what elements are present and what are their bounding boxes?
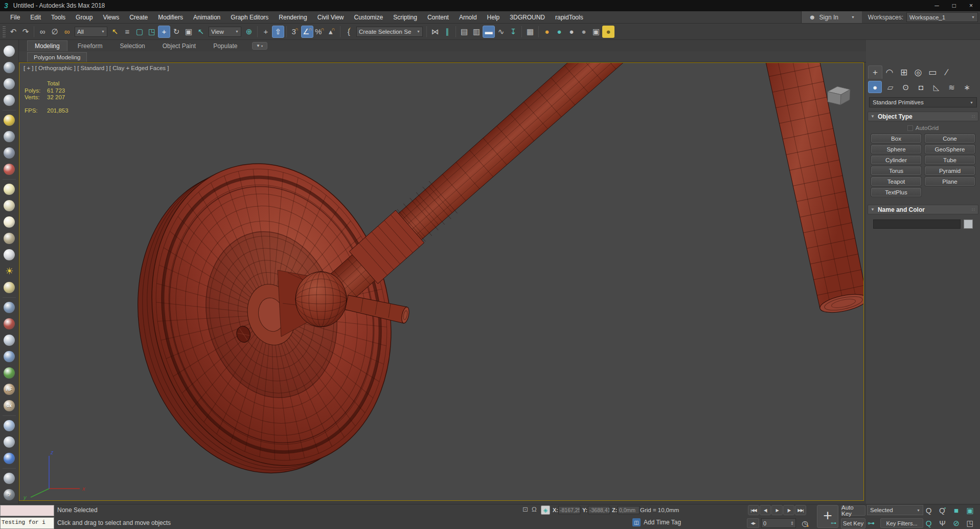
object-name-field[interactable] bbox=[873, 219, 961, 229]
cone-button[interactable]: Cone bbox=[925, 134, 975, 143]
render-setup-dialog-icon[interactable] bbox=[2, 76, 17, 92]
absolute-mode-toggle[interactable]: ◈ bbox=[541, 505, 550, 515]
curve-editor-icon[interactable]: ∿ bbox=[495, 26, 507, 38]
scene-ball-joint[interactable] bbox=[295, 272, 347, 327]
modify-tab-icon[interactable]: ◠ bbox=[882, 65, 897, 79]
maximize-button[interactable]: □ bbox=[952, 2, 956, 9]
ribbon-tab-freeform[interactable]: Freeform bbox=[71, 41, 110, 51]
pick-material-icon[interactable] bbox=[2, 434, 17, 450]
scene-gray-box[interactable] bbox=[828, 86, 850, 105]
shadow-camera-icon[interactable] bbox=[2, 145, 17, 161]
particle-array-icon[interactable] bbox=[2, 300, 17, 315]
scene-wheel[interactable] bbox=[108, 140, 421, 497]
x-coord-field[interactable]: -8167,254mm bbox=[558, 506, 580, 514]
select-and-link-icon[interactable]: ∞ bbox=[36, 26, 49, 38]
zoom-extents-icon[interactable]: ■ bbox=[950, 505, 962, 516]
select-and-move-icon[interactable]: + bbox=[158, 26, 170, 38]
angle-snap-toggle-icon[interactable]: ∠∩ bbox=[301, 26, 313, 38]
sun-icon[interactable]: ☀ bbox=[2, 263, 17, 279]
rectangular-selection-region-icon[interactable]: ▢ bbox=[133, 26, 146, 38]
redo-icon[interactable]: ↷ bbox=[19, 26, 32, 38]
zoom-icon[interactable]: Q bbox=[923, 505, 935, 516]
percent-snap-toggle-icon[interactable]: %∩ bbox=[313, 26, 326, 38]
set-keys-button[interactable]: +⊶ bbox=[817, 505, 838, 528]
time-configuration-icon[interactable]: ◷● bbox=[800, 518, 811, 528]
select-by-material-icon[interactable] bbox=[2, 451, 17, 466]
scene-rod[interactable] bbox=[312, 63, 625, 316]
hierarchy-tab-icon[interactable]: ⊞ bbox=[897, 65, 911, 79]
ribbon-tab-modeling[interactable]: Modeling bbox=[27, 40, 67, 51]
maximize-viewport-icon[interactable]: ◳ bbox=[964, 518, 976, 528]
zoom-region-icon[interactable]: Q bbox=[923, 518, 935, 528]
scatter-icon[interactable]: 0x bbox=[2, 398, 17, 413]
sky-sphere-icon[interactable] bbox=[2, 280, 17, 295]
macro-recorder-field[interactable] bbox=[0, 505, 54, 516]
teapot-button[interactable]: Teapot bbox=[871, 177, 921, 186]
rendered-frame-icon[interactable] bbox=[2, 60, 17, 75]
mirror-icon[interactable]: ⋈ bbox=[429, 26, 441, 38]
unlink-selection-icon[interactable]: ∅ bbox=[49, 26, 61, 38]
render-teapot-icon[interactable] bbox=[2, 43, 17, 59]
frame-spinner[interactable]: ⇕ bbox=[790, 521, 794, 526]
bind-to-space-warp-icon[interactable]: ∞ bbox=[61, 26, 73, 38]
snaps-toggle-icon[interactable]: 3∩ bbox=[289, 26, 301, 38]
edit-named-selection-sets-icon[interactable]: {∕ bbox=[343, 26, 355, 38]
key-selection-dropdown[interactable]: Selected ▼ bbox=[867, 505, 923, 515]
toggle-scene-explorer-icon[interactable]: ▤ bbox=[458, 26, 470, 38]
box-button[interactable]: Box bbox=[871, 134, 921, 143]
render-production-icon[interactable]: ● bbox=[578, 26, 590, 38]
menu-group[interactable]: Group bbox=[71, 11, 98, 23]
zoom-all-icon[interactable]: Q▪ bbox=[937, 505, 948, 516]
polygon-modeling-panel-tab[interactable]: Polygon Modeling bbox=[27, 52, 87, 62]
z-coord-field[interactable]: 0,0mm bbox=[618, 506, 640, 514]
zoom-extents-all-icon[interactable]: ▣ bbox=[964, 505, 976, 516]
select-and-manipulate-icon[interactable]: + bbox=[260, 26, 272, 38]
ribbon-config-dropdown[interactable]: ▼▾ bbox=[252, 42, 267, 50]
toggle-ribbon-icon[interactable]: ▬ bbox=[483, 26, 495, 38]
space-warp-pyramid-icon[interactable] bbox=[2, 333, 17, 348]
pan-icon[interactable]: Ψ bbox=[937, 518, 948, 528]
set-key-button[interactable]: Set Key bbox=[841, 518, 865, 528]
use-pivot-point-center-icon[interactable]: ⊕ bbox=[243, 26, 255, 38]
hair-fur-icon[interactable]: HF bbox=[2, 382, 17, 397]
add-time-tag-label[interactable]: Add Time Tag bbox=[644, 519, 681, 526]
display-tab-icon[interactable]: ▭ bbox=[925, 65, 940, 79]
select-and-rotate-icon[interactable]: ↻ bbox=[170, 26, 183, 38]
y-coord-field[interactable]: -3688,418mm bbox=[588, 506, 610, 514]
object-type-rollout-header[interactable]: ▼ Object Type ∷ bbox=[868, 112, 978, 121]
systems-category-icon[interactable]: ∗ bbox=[960, 81, 974, 93]
render-in-cloud-icon[interactable]: ● bbox=[602, 26, 614, 38]
rendered-frame-window-icon[interactable]: ● bbox=[565, 26, 578, 38]
menu-content[interactable]: Content bbox=[422, 11, 454, 23]
key-mode-toggle[interactable]: ◀▶ bbox=[747, 518, 759, 528]
next-frame-button[interactable]: |▶ bbox=[783, 505, 794, 515]
utilities-tab-icon[interactable]: ∕ bbox=[940, 65, 954, 79]
menu-tools[interactable]: Tools bbox=[46, 11, 71, 23]
reference-coordinate-system-dropdown[interactable]: View▼ bbox=[209, 27, 241, 37]
selection-lock-icon[interactable]: Ω bbox=[532, 505, 537, 513]
menu-arnold[interactable]: Arnold bbox=[454, 11, 482, 23]
key-filters-button[interactable]: Key Filters... bbox=[880, 518, 923, 528]
wire-teapot-icon[interactable] bbox=[2, 231, 17, 246]
named-selection-sets-dropdown[interactable]: Create Selection Se▼ bbox=[356, 27, 423, 37]
previous-frame-button[interactable]: ◀| bbox=[760, 505, 771, 515]
isolate-selection-icon[interactable]: ⊡ bbox=[522, 505, 528, 513]
undo-icon[interactable]: ↶ bbox=[7, 26, 19, 38]
dome-light-icon[interactable] bbox=[2, 198, 17, 213]
noise-sphere-icon[interactable] bbox=[2, 349, 17, 364]
menu-help[interactable]: Help bbox=[482, 11, 505, 23]
keyboard-shortcut-override-icon[interactable]: ⇧ bbox=[272, 26, 284, 38]
sphere-button[interactable]: Sphere bbox=[871, 145, 921, 153]
window-crossing-icon[interactable]: ◳ bbox=[146, 26, 158, 38]
torus-button[interactable]: Torus bbox=[871, 166, 921, 175]
glow-sphere-icon[interactable] bbox=[2, 214, 17, 230]
material-editor-icon[interactable]: ● bbox=[541, 26, 553, 38]
scene-right-cylinder[interactable] bbox=[763, 63, 863, 316]
light-lister-icon[interactable] bbox=[2, 113, 17, 128]
state-sets-icon[interactable]: ▣ bbox=[590, 26, 602, 38]
time-tag-icon[interactable]: ◫ bbox=[632, 518, 641, 526]
menu-customize[interactable]: Customize bbox=[349, 11, 389, 23]
go-to-end-button[interactable]: ▶▶| bbox=[795, 505, 806, 515]
ribbon-tab-object-paint[interactable]: Object Paint bbox=[155, 41, 203, 51]
primitive-category-dropdown[interactable]: Standard Primitives ▼ bbox=[869, 97, 977, 107]
